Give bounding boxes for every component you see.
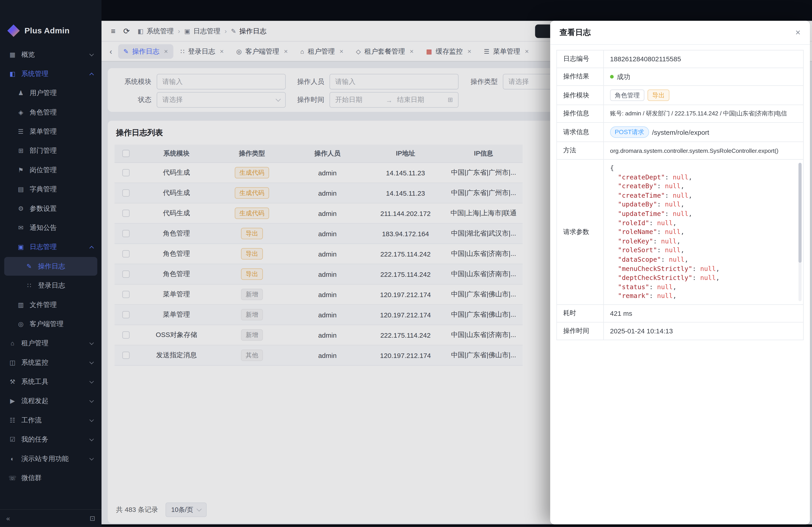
log-detail-table: 日志编号 1882612840802115585 操作结果 成功 操作模块 角色… (556, 50, 804, 340)
detail-row-time: 操作时间 2025-01-24 10:14:13 (557, 322, 803, 340)
json-null: null (669, 255, 684, 263)
code-line: { (610, 163, 796, 173)
json-key: "status" (618, 283, 649, 291)
code-line: "status": null, (610, 282, 796, 291)
result-text: 成功 (617, 72, 630, 81)
json-key: "menuCheckStrictly" (618, 265, 692, 272)
code-line: "roleId": null, (610, 218, 796, 227)
json-key: "roleId" (618, 219, 649, 227)
json-null: null (700, 265, 716, 272)
detail-row-duration: 耗时 421 ms (557, 305, 803, 322)
code-line: "createDept": null, (610, 172, 796, 182)
detail-row-info: 操作信息 账号: admin / 研发部门 / 222.175.114.242 … (557, 105, 803, 123)
json-key: "roleSort" (618, 246, 657, 254)
module-tag: 角色管理 (610, 90, 644, 101)
code-line: "dataScope": null, (610, 255, 796, 264)
json-key: "dataScope" (618, 255, 661, 263)
detail-row-result: 操作结果 成功 (557, 68, 803, 86)
json-key: "remark" (618, 292, 649, 300)
json-null: null (673, 173, 688, 181)
app-viewport: Plus Admin ▦概览◧系统管理♟用户管理◈角色管理☰菜单管理⊞部门管理⚑… (0, 0, 812, 527)
json-null: null (673, 210, 688, 217)
code-line: "updateBy": null, (610, 200, 796, 209)
detail-row-params: 请求参数 { "createDept": null, "createBy": n… (557, 160, 803, 305)
json-key: "deptCheckStrictly" (618, 274, 692, 282)
code-line: "roleSort": null, (610, 246, 796, 255)
json-key: "updateBy" (618, 200, 657, 208)
json-key: "roleName" (618, 228, 657, 236)
code-line: "createTime": null, (610, 191, 796, 200)
json-null: null (700, 274, 716, 282)
drawer-title: 查看日志 (560, 28, 591, 37)
code-scrollbar[interactable] (798, 163, 802, 301)
detail-row-module: 操作模块 角色管理 导出 (557, 86, 803, 105)
close-icon[interactable]: × (795, 28, 800, 37)
detail-row-request: 请求信息 POST请求 /system/role/export (557, 123, 803, 142)
view-log-drawer: 查看日志 × 日志编号 1882612840802115585 操作结果 成功 … (550, 21, 810, 524)
json-key: "createBy" (618, 182, 657, 190)
code-line: "roleName": null, (610, 227, 796, 237)
code-scrollbar-thumb[interactable] (798, 163, 802, 262)
code-line: "createBy": null, (610, 182, 796, 191)
code-line: "roleKey": null, (610, 237, 796, 246)
drawer-header: 查看日志 × (550, 21, 810, 45)
detail-row-log-id: 日志编号 1882612840802115585 (557, 50, 803, 68)
code-line: "menuCheckStrictly": null, (610, 264, 796, 273)
detail-row-method: 方法 org.dromara.system.controller.system.… (557, 142, 803, 160)
json-null: null (665, 228, 681, 236)
code-line: "remark": null, (610, 291, 796, 301)
action-tag: 导出 (648, 90, 669, 101)
json-key: "createTime" (618, 191, 665, 199)
json-null: null (657, 292, 672, 300)
json-null: null (673, 191, 688, 199)
json-null: null (665, 200, 681, 208)
code-line: "deptCheckStrictly": null, (610, 273, 796, 283)
json-null: null (657, 219, 672, 227)
json-null: null (661, 237, 677, 245)
json-key: "createDept" (618, 173, 665, 181)
post-method-tag: POST请求 (610, 126, 649, 138)
json-null: null (665, 246, 681, 254)
json-null: null (657, 283, 672, 291)
json-key: "roleKey" (618, 237, 653, 245)
json-key: "updateTime" (618, 210, 665, 217)
code-line: "updateTime": null, (610, 209, 796, 219)
json-null: null (665, 182, 681, 190)
success-dot-icon (610, 75, 614, 78)
request-params-code[interactable]: { "createDept": null, "createBy": null, … (610, 163, 796, 301)
request-path: /system/role/export (652, 128, 709, 136)
